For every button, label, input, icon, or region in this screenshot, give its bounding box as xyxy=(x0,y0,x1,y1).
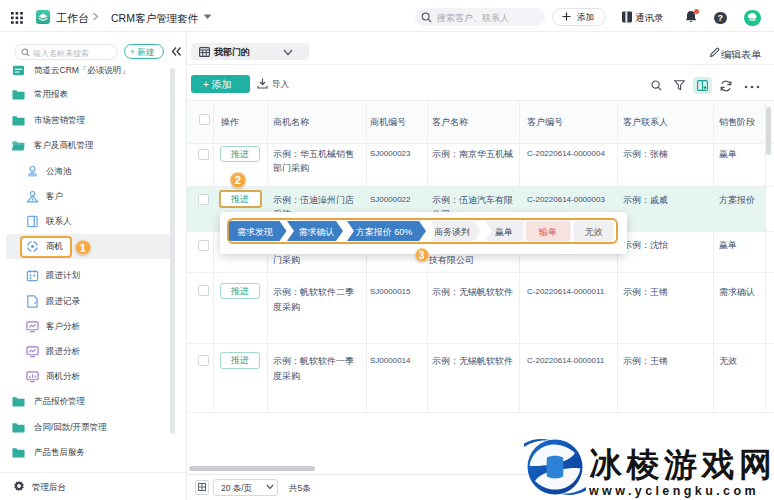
svg-text:无效: 无效 xyxy=(585,227,603,237)
svg-text:需求发现: 需求发现 xyxy=(237,227,273,237)
svg-text:输单: 输单 xyxy=(538,227,557,237)
svg-text:需求确认: 需求确认 xyxy=(299,227,335,237)
svg-text:赢单: 赢单 xyxy=(495,227,513,237)
svg-text:商务谈判: 商务谈判 xyxy=(434,227,470,237)
svg-text:方案报价 60%: 方案报价 60% xyxy=(356,227,413,237)
